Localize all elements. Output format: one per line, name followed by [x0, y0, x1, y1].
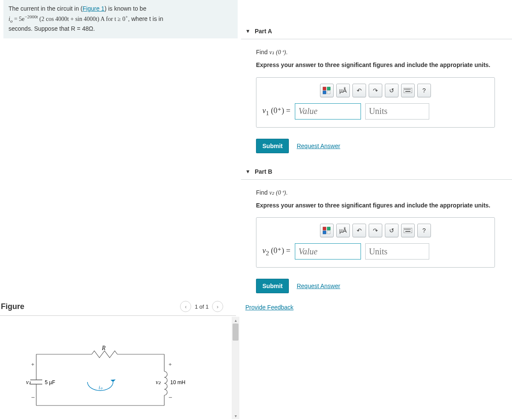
problem-line3: seconds. Suppose that R = 48Ω. [9, 25, 95, 32]
part-a-eq-label: v1 (0⁺) = [262, 106, 291, 117]
svg-text:+: + [169, 361, 172, 368]
problem-text-post: ) is known to be [105, 5, 146, 12]
svg-rect-28 [408, 89, 409, 90]
part-b-request-answer-link[interactable]: Request Answer [297, 283, 340, 289]
svg-rect-27 [407, 89, 408, 90]
lbl-v: v [262, 106, 266, 115]
part-a-find: Find v₁ (0⁺). [256, 48, 508, 57]
undo-icon[interactable]: ↶ [352, 84, 366, 97]
provide-feedback-link[interactable]: Provide Feedback [245, 304, 294, 311]
part-a-answer-box: µÅ ↶ ↷ ↺ ? v1 (0⁺) = [256, 77, 495, 128]
svg-rect-34 [327, 231, 330, 234]
svg-rect-21 [327, 87, 330, 90]
part-b-toolbar: µÅ ↶ ↷ ↺ ? [262, 224, 489, 237]
find-post: . [286, 49, 288, 55]
svg-text:−: − [169, 394, 172, 401]
svg-rect-22 [323, 91, 326, 94]
redo-icon[interactable]: ↷ [369, 224, 382, 237]
svg-rect-40 [410, 229, 410, 230]
scroll-up-icon[interactable]: ▴ [232, 317, 239, 324]
keyboard-icon[interactable] [401, 224, 415, 237]
part-a-title: Part A [255, 28, 272, 35]
svg-rect-20 [323, 87, 326, 90]
eq-mid: = 5e [12, 16, 24, 22]
part-b-value-input[interactable] [295, 243, 361, 260]
figure-title: Figure [1, 302, 24, 311]
part-b-title: Part B [255, 168, 272, 175]
lbl-v: v [262, 246, 266, 255]
lbl-arg: (0⁺) = [269, 246, 291, 255]
part-a-units-input[interactable] [365, 103, 429, 120]
svg-rect-26 [406, 89, 407, 90]
label-R: R [102, 346, 106, 351]
lbl-sub: 2 [266, 250, 269, 257]
part-b-eq-label: v2 (0⁺) = [262, 246, 291, 257]
svg-rect-24 [404, 88, 412, 93]
scroll-thumb[interactable] [233, 324, 239, 341]
part-b-units-input[interactable] [365, 243, 429, 260]
find-var: v₁ (0⁺) [269, 49, 286, 55]
templates-icon[interactable] [320, 224, 334, 237]
part-b-submit-button[interactable]: Submit [256, 279, 289, 293]
svg-rect-25 [404, 89, 405, 90]
svg-rect-31 [323, 227, 326, 230]
svg-text:v₁: v₁ [26, 379, 31, 385]
svg-rect-38 [407, 229, 408, 230]
scroll-down-icon[interactable]: ▾ [232, 412, 239, 419]
svg-rect-33 [323, 231, 326, 234]
circuit-diagram: R + v₁ 5 µF − iₒ + v₂ 10 mH − [23, 346, 186, 414]
svg-rect-29 [410, 89, 410, 90]
svg-rect-35 [404, 228, 412, 233]
figure-pager: ‹ 1 of 1 › [180, 301, 223, 312]
svg-rect-37 [406, 229, 407, 230]
svg-text:v₂: v₂ [156, 379, 161, 385]
part-b-instruction: Express your answer to three significant… [256, 201, 508, 210]
svg-rect-30 [405, 91, 410, 92]
figure-prev-button[interactable]: ‹ [180, 301, 191, 312]
eq-tail: , where t is in [128, 15, 163, 22]
part-b-answer-box: µÅ ↶ ↷ ↺ ? v2 (0⁺) = [256, 217, 495, 268]
part-a-request-answer-link[interactable]: Request Answer [297, 143, 340, 149]
svg-text:−: − [31, 394, 35, 401]
help-icon[interactable]: ? [417, 84, 431, 97]
part-a-submit-button[interactable]: Submit [256, 139, 289, 153]
figure-scrollbar[interactable]: ▴ ▾ [232, 317, 239, 419]
svg-rect-23 [327, 91, 330, 94]
reset-icon[interactable]: ↺ [385, 224, 399, 237]
problem-statement: The current in the circuit in (Figure 1)… [3, 0, 238, 38]
svg-text:10 mH: 10 mH [170, 379, 185, 385]
svg-text:+: + [31, 361, 35, 368]
units-button[interactable]: µÅ [336, 224, 350, 237]
part-a-instruction: Express your answer to three significant… [256, 61, 508, 70]
part-a-header[interactable]: ▼ Part A [241, 23, 512, 39]
lbl-arg: (0⁺) = [269, 106, 291, 115]
problem-text: The current in the circuit in ( [9, 5, 83, 12]
part-a-value-input[interactable] [295, 103, 361, 120]
reset-icon[interactable]: ↺ [385, 84, 399, 97]
help-icon[interactable]: ? [417, 224, 431, 237]
figure-next-button[interactable]: › [212, 301, 223, 312]
templates-icon[interactable] [320, 84, 334, 97]
caret-down-icon: ▼ [245, 169, 250, 175]
find-post: . [286, 189, 288, 196]
equation: io = 5e−2000t (2 cos 4000t + sin 4000t) … [9, 16, 128, 22]
find-pre: Find [256, 49, 269, 55]
redo-icon[interactable]: ↷ [369, 84, 382, 97]
svg-rect-39 [408, 229, 409, 230]
undo-icon[interactable]: ↶ [352, 224, 366, 237]
svg-text:iₒ: iₒ [99, 384, 103, 391]
svg-rect-36 [404, 229, 405, 230]
eq-trig: (2 cos 4000t + sin 4000t) A for t ≥ 0 [38, 16, 125, 22]
part-b-find: Find v₂ (0⁺). [256, 188, 508, 197]
svg-rect-32 [327, 227, 330, 230]
svg-text:5 µF: 5 µF [45, 379, 55, 385]
units-button[interactable]: µÅ [336, 84, 350, 97]
keyboard-icon[interactable] [401, 84, 415, 97]
eq-exp: −2000t [25, 14, 38, 19]
figure-link[interactable]: Figure 1 [83, 5, 105, 12]
part-a-toolbar: µÅ ↶ ↷ ↺ ? [262, 84, 489, 97]
part-b-header[interactable]: ▼ Part B [241, 164, 512, 180]
figure-counter: 1 of 1 [193, 303, 210, 310]
find-pre: Find [256, 189, 269, 196]
svg-rect-41 [405, 231, 410, 232]
